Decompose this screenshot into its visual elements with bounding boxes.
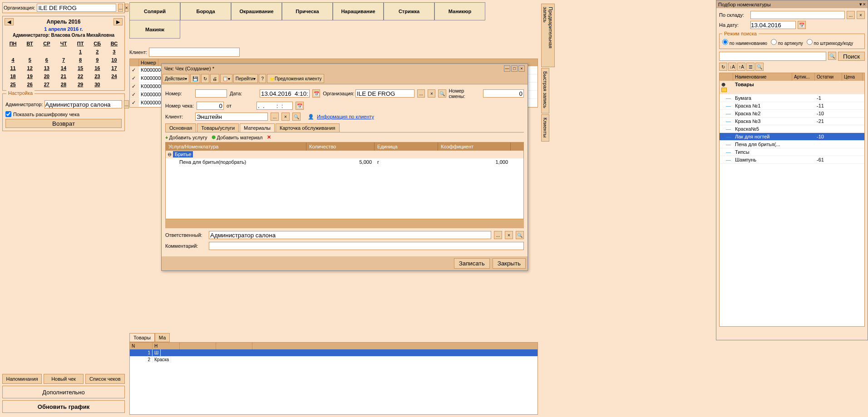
reminders-button[interactable]: Напоминания — [2, 374, 42, 384]
print-icon[interactable]: 🖨 — [210, 74, 219, 83]
tree-item[interactable]: —Бумага-1 — [720, 94, 864, 102]
tree-item[interactable]: —Краска №1-11 — [720, 102, 864, 110]
shift-input[interactable] — [483, 89, 524, 98]
help-icon[interactable]: ? — [259, 74, 266, 83]
return-button[interactable]: Возврат — [5, 119, 122, 128]
search-input[interactable] — [719, 52, 826, 61]
show-details-checkbox[interactable] — [5, 111, 11, 117]
search-mode-radio[interactable]: по наименованию — [722, 39, 767, 46]
inner-tab[interactable]: Материалы — [240, 123, 275, 132]
more-button[interactable]: Дополнительно — [2, 386, 125, 398]
sort-desc-icon[interactable]: ↑A — [737, 63, 745, 71]
calendar-day[interactable]: 13 — [38, 64, 55, 72]
date-picker-icon[interactable]: 📅 — [312, 89, 320, 98]
search-mode-radio[interactable]: по штрихкоду/коду — [807, 39, 853, 46]
org-lookup-icon[interactable]: 🔍 — [438, 89, 446, 98]
calendar-day[interactable]: 14 — [55, 64, 72, 72]
modal-org-input[interactable] — [355, 89, 414, 98]
calendar-day[interactable]: 26 — [21, 80, 38, 88]
calendar-day[interactable]: 30 — [89, 80, 106, 88]
on-date-picker-icon[interactable]: 📅 — [798, 21, 806, 29]
calendar-day[interactable]: 20 — [38, 72, 55, 80]
calendar-day[interactable]: 24 — [106, 72, 123, 80]
refresh-icon[interactable]: ↻ — [201, 74, 209, 83]
close-button[interactable]: Закрыть — [493, 258, 526, 269]
category-tab[interactable]: Солярий — [129, 2, 180, 20]
group-row[interactable]: ⊖ Бритье — [166, 151, 523, 158]
calendar-day[interactable]: 29 — [72, 80, 89, 88]
save-icon[interactable]: 💾 — [190, 74, 200, 83]
on-date-input[interactable] — [750, 21, 796, 29]
resp-select-icon[interactable]: ... — [494, 231, 502, 239]
search-icon[interactable]: 🔍 — [828, 52, 836, 60]
admin-select-icon[interactable]: ... — [124, 100, 128, 108]
category-tab[interactable]: Маникюр — [434, 2, 485, 20]
calendar-day[interactable]: 23 — [89, 72, 106, 80]
org-select-icon[interactable]: ... — [417, 89, 425, 98]
tree-item[interactable]: —Краска№5 — [720, 125, 864, 133]
subtab-materials[interactable]: Ма — [155, 333, 170, 342]
tree-item[interactable]: —Лак для ногтей-10 — [720, 133, 864, 141]
org-clear-icon[interactable]: × — [125, 4, 128, 12]
calendar-day[interactable]: 9 — [89, 56, 106, 64]
calendar-day[interactable]: 8 — [72, 56, 89, 64]
client-info-link[interactable]: Информация по клиенту — [317, 114, 374, 119]
checknum-input[interactable] — [197, 102, 224, 110]
calendar-day[interactable]: 12 — [21, 64, 38, 72]
resp-input[interactable] — [209, 231, 491, 239]
tree-item[interactable]: —Шампунь-61 — [720, 156, 864, 164]
calendar-day[interactable]: 11 — [5, 64, 21, 72]
delete-button[interactable]: ✕ — [267, 134, 271, 140]
calendar-day[interactable]: 19 — [21, 72, 38, 80]
client-input[interactable] — [149, 48, 240, 57]
tree-item[interactable]: —Пена для бритья(... — [720, 141, 864, 148]
close-icon[interactable]: × — [518, 65, 525, 72]
calendar-day[interactable]: 18 — [5, 72, 21, 80]
resp-lookup-icon[interactable]: 🔍 — [516, 231, 524, 239]
calendar-day[interactable]: 10 — [106, 56, 123, 64]
stock-input[interactable] — [750, 11, 845, 19]
calendar-day[interactable]: 4 — [5, 56, 21, 64]
stock-clear-icon[interactable]: × — [857, 11, 865, 19]
suggest-button[interactable]: ⭐ Предложения клиенту — [267, 74, 324, 83]
tree-mode-icon[interactable]: ☰ — [746, 63, 755, 71]
side-tab-prerecord[interactable]: Предварительная запись — [541, 4, 555, 67]
calendar-day[interactable]: 21 — [55, 72, 72, 80]
check-list-button[interactable]: Список чеков — [85, 374, 125, 384]
tree-item[interactable]: —Краска №2-10 — [720, 110, 864, 118]
save-button[interactable]: Записать — [454, 258, 490, 269]
category-tab[interactable]: Прическа — [282, 2, 333, 20]
calendar-day[interactable]: 2 — [89, 48, 106, 56]
resp-clear-icon[interactable]: × — [505, 231, 513, 239]
tree-item[interactable]: —Краска №3-21 — [720, 118, 864, 125]
actions-menu[interactable]: Действия ▾ — [163, 74, 189, 83]
tree-refresh-icon[interactable]: ↻ — [719, 63, 727, 71]
org-select-icon[interactable]: ... — [118, 4, 123, 12]
calendar-day[interactable]: 3 — [106, 48, 123, 56]
sub-row[interactable]: 1 Ш — [130, 349, 538, 356]
add-service-button[interactable]: +Добавить услугу — [165, 135, 207, 140]
num-input[interactable] — [195, 89, 227, 98]
calendar-day[interactable]: 28 — [55, 80, 72, 88]
category-tab[interactable]: Макияж — [129, 20, 180, 39]
comment-input[interactable] — [209, 242, 524, 250]
calendar-day[interactable]: 1 — [72, 48, 89, 56]
side-tab-quickrecord[interactable]: Быстрая запись — [541, 68, 549, 113]
calendar-day[interactable]: 15 — [72, 64, 89, 72]
refresh-button[interactable]: Обновить график — [2, 400, 125, 413]
date-input[interactable] — [260, 89, 310, 98]
side-tab-clients[interactable]: Клиенты — [541, 114, 549, 142]
category-tab[interactable]: Окрашивание — [231, 2, 282, 20]
prev-month-icon[interactable]: ◀ — [5, 18, 14, 25]
add-material-button[interactable]: ⊕Добавить материал — [212, 134, 262, 140]
from-date-icon[interactable]: 📅 — [296, 102, 304, 110]
calendar-day[interactable]: 7 — [55, 56, 72, 64]
client-clear-icon[interactable]: × — [281, 113, 290, 121]
category-tab[interactable]: Наращивание — [333, 2, 384, 20]
minimize-icon[interactable]: — — [504, 65, 510, 72]
tree-group[interactable]: ⊕ Товары — [720, 81, 864, 94]
maximize-icon[interactable]: □ — [511, 65, 518, 72]
org-clear-icon[interactable]: × — [428, 89, 435, 98]
category-tab[interactable]: Стрижка — [384, 2, 434, 20]
sort-asc-icon[interactable]: ↓A — [728, 63, 736, 71]
